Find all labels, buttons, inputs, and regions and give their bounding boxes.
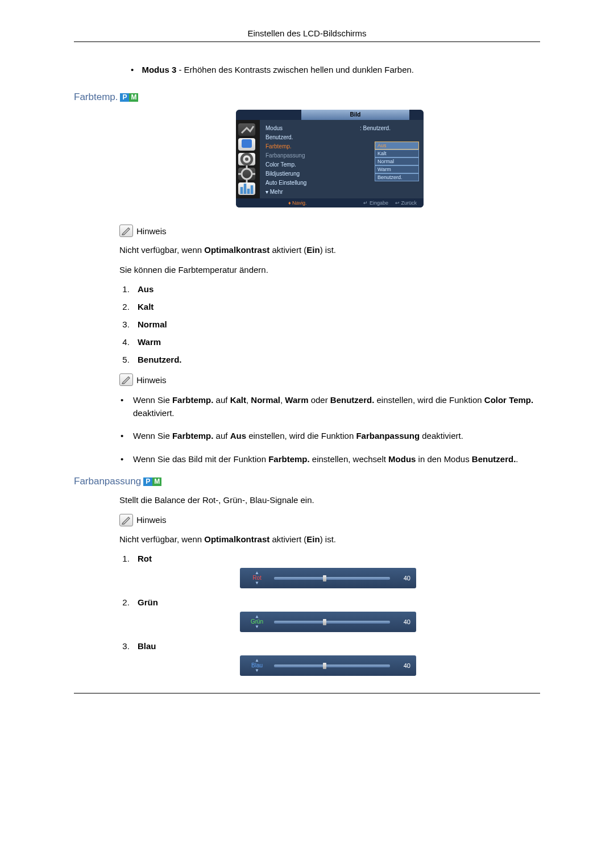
slider-rot: ▲ Rot ▼ 40 [240,568,416,588]
farbanpassung-desc: Stellt die Balance der Rot-, Grün-, Blau… [119,494,540,507]
hinweis-label: Hinweis [136,226,167,236]
osd-value: : Benutzerd. [356,125,419,131]
osd-tab-icon [238,138,255,151]
svg-point-3 [242,169,252,179]
pm-badge: P M [120,93,138,102]
osd-option: Normal [375,157,419,165]
hinweis-label: Hinweis [136,515,167,525]
pm-m-icon: M [129,93,138,102]
slider-thumb [323,663,326,669]
note-text: Nicht verfügbar, wenn Optimalkontrast ak… [119,244,540,257]
osd-footer: ♦ Navig. ↵ Eingabe ↩ Zurück [236,198,424,207]
osd-tab-icon [238,182,255,195]
pm-p-icon: P [120,93,129,102]
osd-tab-icon [238,123,255,136]
list-item: • Wenn Sie Farbtemp. auf Aus einstellen,… [121,430,540,443]
osd-option: Warm [375,165,419,173]
arrow-down-icon: ▼ [255,581,259,585]
osd-item: Modus [265,125,356,131]
osd-foot-back: ↩ Zurück [395,200,417,206]
osd-side-tabs [236,120,260,198]
osd-panel: Bild Modus: Benutzerd. Benutzerd. [236,110,424,207]
osd-item: Color Temp. [265,161,375,168]
list-item-blau: Blau ▲ Blau ▼ 40 [132,641,540,676]
slider-value: 40 [396,575,410,582]
page-root: Einstellen des LCD-Bildschirms • Modus 3… [0,0,614,733]
osd-item-active: Farbtemp. [265,143,375,149]
page-header: Einstellen des LCD-Bildschirms [74,28,540,42]
list-item: • Wenn Sie Farbtemp. auf Kalt, Normal, W… [121,394,540,420]
osd-foot-enter: ↵ Eingabe [363,200,388,206]
osd-foot-nav: ♦ Navig. [288,200,307,206]
hinweis-label: Hinweis [136,375,167,385]
svg-point-2 [245,157,248,161]
list-item: Kalt [132,302,540,312]
slider-blau: ▲ Blau ▼ 40 [240,655,416,676]
note-text: Sie können die Farbtemperatur ändern. [119,264,540,277]
svg-rect-0 [242,139,252,148]
farbtemp-title-text: Farbtemp. [74,92,118,103]
slider-value: 40 [396,662,410,669]
note-icon [119,514,133,526]
list-item: Normal [132,319,540,329]
hinweis-row: Hinweis [119,225,540,237]
osd-item: Farbanpassung [265,152,375,159]
osd-item: Bildjustierung [265,171,375,177]
list-item: Warm [132,337,540,347]
slider-track [274,621,390,624]
slider-gruen: ▲ Grün ▼ 40 [240,612,416,632]
osd-item: Auto Einstellung [265,180,375,186]
list-item: Benutzerd. [132,355,540,364]
osd-title-bar: Bild [236,110,424,120]
osd-screenshot: Bild Modus: Benutzerd. Benutzerd. [119,110,540,207]
section-title-farbanpassung: Farbanpassung P M [74,476,540,487]
farbtemp-notes-list: • Wenn Sie Farbtemp. auf Kalt, Normal, W… [121,394,540,466]
slider-track [274,665,390,667]
section-title-farbtemp: Farbtemp. P M [74,92,540,103]
hinweis-row: Hinweis [119,514,540,526]
note-icon [119,373,133,386]
pm-badge: P M [143,477,161,486]
content: • Modus 3 - Erhöhen des Kontrasts zwisch… [119,65,540,676]
osd-title: Bild [301,110,409,120]
osd-option: Kalt [375,149,419,157]
slider-thumb [323,575,326,582]
arrow-down-icon: ▼ [255,668,259,673]
osd-item: ▾ Mehr [265,189,419,195]
arrow-down-icon: ▼ [255,625,259,629]
slider-value: 40 [396,618,410,625]
osd-option: Aus [375,142,419,149]
page-footer-rule [74,693,540,699]
pm-m-icon: M [152,477,161,486]
page-title: Einstellen des LCD-Bildschirms [247,28,366,38]
farbtemp-option-list: Aus Kalt Normal Warm Benutzerd. [132,284,540,364]
slider-thumb [323,619,326,625]
list-item-gruen: Grün ▲ Grün ▼ 40 [132,597,540,632]
hinweis-row: Hinweis [119,373,540,386]
list-item: Aus [132,284,540,294]
farbanpassung-title-text: Farbanpassung [74,476,141,487]
list-item-rot: Rot ▲ Rot ▼ 40 [132,554,540,588]
modus3-label: Modus 3 [142,65,176,74]
osd-item: Benutzerd. [265,134,356,140]
bullet-icon: • [131,65,134,74]
osd-dropdown-options: : Aus Kalt Normal Warm Benutzerd. [375,142,419,187]
osd-option: Benutzerd. [375,173,419,181]
modus3-line: • Modus 3 - Erhöhen des Kontrasts zwisch… [131,65,540,74]
modus3-text: - Erhöhen des Kontrasts zwischen hellen … [176,65,414,74]
note-icon [119,225,133,237]
pm-p-icon: P [143,477,152,486]
list-item: • Wenn Sie das Bild mit der Funktion Far… [121,453,540,466]
rgb-slider-list: Rot ▲ Rot ▼ 40 Grün ▲ Grün [132,554,540,676]
slider-track [274,577,390,580]
osd-tab-icon [238,168,255,180]
osd-menu-list: Modus: Benutzerd. Benutzerd. Farbtemp. F… [260,120,424,198]
osd-tab-icon [238,153,255,165]
note-text: Nicht verfügbar, wenn Optimalkontrast ak… [119,533,540,546]
